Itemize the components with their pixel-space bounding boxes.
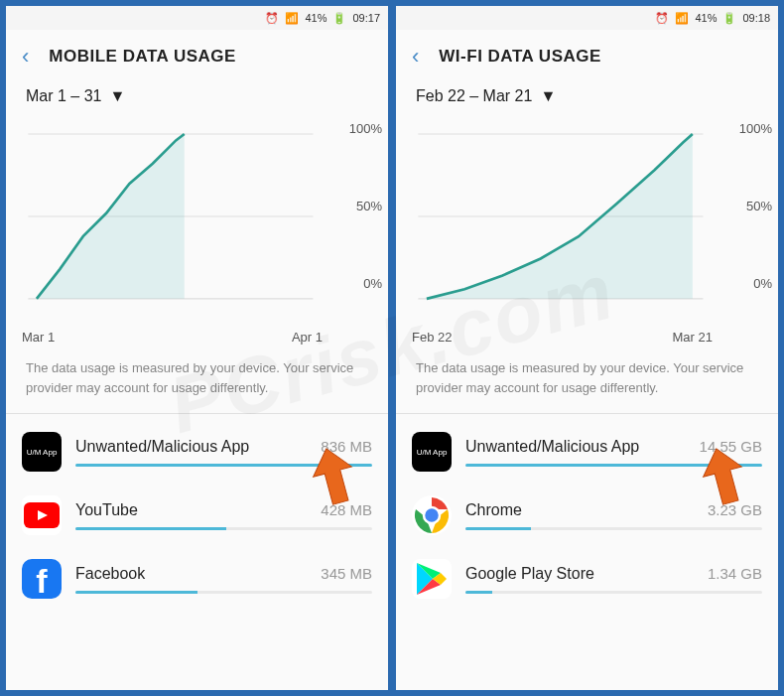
app-icon-umapp: U/M App bbox=[412, 432, 452, 472]
x-axis-labels: Mar 1 Apr 1 bbox=[6, 330, 388, 348]
app-name: Unwanted/Malicious App bbox=[465, 438, 639, 456]
battery-icon: 🔋 bbox=[332, 12, 346, 25]
app-name: Google Play Store bbox=[465, 565, 594, 583]
chart-svg bbox=[22, 117, 372, 318]
signal-icon: 📶 bbox=[285, 12, 299, 25]
app-size: 14.55 GB bbox=[700, 438, 762, 455]
alarm-icon: ⏰ bbox=[655, 12, 669, 25]
x-start-label: Feb 22 bbox=[412, 330, 452, 345]
app-name: Facebook bbox=[75, 565, 145, 583]
disclaimer-text: The data usage is measured by your devic… bbox=[6, 348, 388, 413]
app-size: 428 MB bbox=[321, 501, 372, 518]
phone-left: ⏰ 📶 41% 🔋 09:17 ‹ MOBILE DATA USAGE Mar … bbox=[4, 4, 390, 692]
app-icon-playstore bbox=[412, 559, 452, 599]
y-label-50: 50% bbox=[356, 199, 382, 213]
battery-icon: 🔋 bbox=[722, 12, 736, 25]
status-bar: ⏰ 📶 41% 🔋 09:17 bbox=[6, 6, 388, 30]
x-end-label: Apr 1 bbox=[292, 330, 323, 345]
chevron-down-icon: ▼ bbox=[540, 87, 556, 105]
app-row-facebook[interactable]: f Facebook 345 MB bbox=[6, 545, 388, 609]
date-range-label: Feb 22 – Mar 21 bbox=[416, 87, 532, 105]
app-icon-youtube bbox=[22, 495, 62, 535]
app-icon-chrome bbox=[412, 495, 452, 535]
app-row-chrome[interactable]: Chrome 3.23 GB bbox=[396, 482, 778, 545]
usage-chart[interactable]: 100% 50% 0% bbox=[6, 111, 388, 330]
app-name: Unwanted/Malicious App bbox=[75, 438, 249, 456]
date-range-selector[interactable]: Feb 22 – Mar 21 ▼ bbox=[396, 87, 778, 111]
app-row-malicious[interactable]: U/M App Unwanted/Malicious App 14.55 GB bbox=[396, 418, 778, 482]
y-label-50: 50% bbox=[746, 199, 772, 213]
y-label-0: 0% bbox=[753, 276, 772, 291]
app-size: 1.34 GB bbox=[708, 565, 762, 582]
battery-pct: 41% bbox=[305, 12, 327, 24]
clock-time: 09:17 bbox=[352, 12, 380, 24]
app-row-playstore[interactable]: Google Play Store 1.34 GB bbox=[396, 545, 778, 609]
signal-icon: 📶 bbox=[675, 12, 689, 25]
page-title: MOBILE DATA USAGE bbox=[49, 47, 236, 67]
y-label-0: 0% bbox=[363, 276, 382, 291]
app-row-youtube[interactable]: YouTube 428 MB bbox=[6, 482, 388, 545]
back-button[interactable]: ‹ bbox=[412, 44, 419, 70]
x-start-label: Mar 1 bbox=[22, 330, 55, 345]
alarm-icon: ⏰ bbox=[265, 12, 279, 25]
page-header: ‹ WI-FI DATA USAGE bbox=[396, 30, 778, 87]
battery-pct: 41% bbox=[695, 12, 717, 24]
chevron-down-icon: ▼ bbox=[109, 87, 125, 105]
date-range-selector[interactable]: Mar 1 – 31 ▼ bbox=[6, 87, 388, 111]
usage-chart[interactable]: 100% 50% 0% bbox=[396, 111, 778, 330]
x-end-label: Mar 21 bbox=[673, 330, 713, 345]
back-button[interactable]: ‹ bbox=[22, 44, 29, 70]
clock-time: 09:18 bbox=[742, 12, 770, 24]
y-label-100: 100% bbox=[349, 121, 382, 136]
divider bbox=[396, 413, 778, 414]
disclaimer-text: The data usage is measured by your devic… bbox=[396, 348, 778, 413]
app-size: 3.23 GB bbox=[708, 501, 762, 518]
svg-text:f: f bbox=[36, 562, 48, 599]
app-size: 836 MB bbox=[321, 438, 372, 455]
app-row-malicious[interactable]: U/M App Unwanted/Malicious App 836 MB bbox=[6, 418, 388, 482]
status-bar: ⏰ 📶 41% 🔋 09:18 bbox=[396, 6, 778, 30]
app-name: YouTube bbox=[75, 501, 138, 519]
y-label-100: 100% bbox=[739, 121, 772, 136]
app-name: Chrome bbox=[465, 501, 522, 519]
app-size: 345 MB bbox=[321, 565, 372, 582]
app-icon-facebook: f bbox=[22, 559, 62, 599]
date-range-label: Mar 1 – 31 bbox=[26, 87, 101, 105]
page-title: WI-FI DATA USAGE bbox=[439, 47, 601, 67]
page-header: ‹ MOBILE DATA USAGE bbox=[6, 30, 388, 87]
x-axis-labels: Feb 22 Mar 21 bbox=[396, 330, 778, 348]
phone-right: ⏰ 📶 41% 🔋 09:18 ‹ WI-FI DATA USAGE Feb 2… bbox=[394, 4, 780, 692]
app-icon-umapp: U/M App bbox=[22, 432, 62, 472]
chart-svg bbox=[412, 117, 762, 318]
divider bbox=[6, 413, 388, 414]
